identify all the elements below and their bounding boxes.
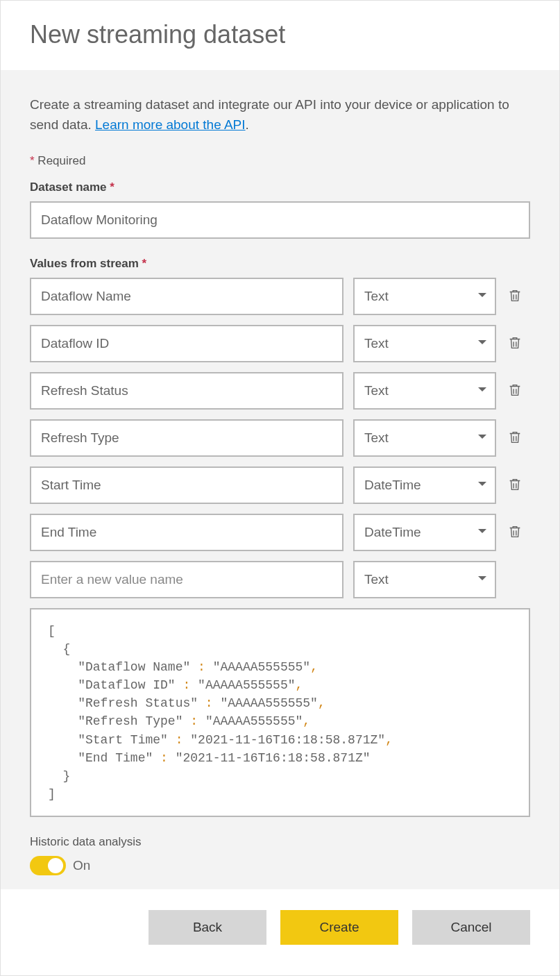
- trash-icon: [507, 476, 523, 495]
- value-name-input[interactable]: [30, 325, 343, 362]
- value-name-input[interactable]: [30, 466, 343, 504]
- select-value: DateTime: [353, 466, 496, 504]
- value-name-input[interactable]: [30, 514, 343, 551]
- description-suffix: .: [246, 117, 249, 132]
- value-type-select[interactable]: DateTime: [353, 466, 496, 504]
- trash-icon: [507, 335, 523, 353]
- delete-row-button[interactable]: [506, 335, 524, 353]
- historic-toggle[interactable]: [30, 856, 66, 875]
- dialog-footer: Back Create Cancel: [1, 889, 559, 966]
- value-row: DateTime: [30, 514, 530, 551]
- value-type-select[interactable]: Text: [353, 372, 496, 410]
- select-value: Text: [353, 325, 496, 362]
- page-title: New streaming dataset: [30, 20, 530, 49]
- value-row: DateTime: [30, 466, 530, 504]
- new-value-type-select[interactable]: Text: [353, 561, 496, 598]
- dialog-header: New streaming dataset: [1, 1, 559, 70]
- trash-icon: [507, 382, 523, 401]
- value-type-select[interactable]: Text: [353, 278, 496, 315]
- value-row: Text: [30, 278, 530, 315]
- required-note: * Required: [30, 154, 530, 168]
- back-button[interactable]: Back: [149, 910, 266, 945]
- dialog-content: Create a streaming dataset and integrate…: [1, 70, 559, 889]
- delete-row-button[interactable]: [506, 382, 524, 400]
- select-value: Text: [353, 372, 496, 410]
- values-from-stream-label: Values from stream *: [30, 257, 530, 271]
- learn-more-link[interactable]: Learn more about the API: [95, 117, 246, 132]
- value-type-select[interactable]: DateTime: [353, 514, 496, 551]
- required-asterisk: *: [142, 257, 147, 270]
- value-row: Text: [30, 419, 530, 457]
- value-type-select[interactable]: Text: [353, 325, 496, 362]
- toggle-knob: [48, 858, 63, 873]
- delete-row-button[interactable]: [506, 429, 524, 447]
- delete-row-button[interactable]: [506, 476, 524, 494]
- required-asterisk: *: [110, 180, 114, 194]
- cancel-button[interactable]: Cancel: [412, 910, 530, 945]
- required-asterisk: *: [30, 154, 35, 167]
- required-text: Required: [37, 154, 85, 167]
- create-button[interactable]: Create: [280, 910, 398, 945]
- delete-row-button[interactable]: [506, 287, 524, 305]
- new-value-row: Text: [30, 561, 530, 598]
- value-name-input[interactable]: [30, 372, 343, 410]
- json-preview: [ { "Dataflow Name" : "AAAAA555555", "Da…: [30, 608, 530, 817]
- historic-state: On: [73, 858, 90, 873]
- delete-row-button[interactable]: [506, 523, 524, 541]
- historic-label: Historic data analysis: [30, 835, 530, 849]
- value-row: Text: [30, 372, 530, 410]
- value-type-select[interactable]: Text: [353, 419, 496, 457]
- trash-icon: [507, 429, 523, 448]
- value-name-input[interactable]: [30, 419, 343, 457]
- value-name-input[interactable]: [30, 278, 343, 315]
- trash-icon: [507, 287, 523, 306]
- select-value: DateTime: [353, 514, 496, 551]
- trash-icon: [507, 523, 523, 542]
- description: Create a streaming dataset and integrate…: [30, 95, 530, 135]
- new-value-name-input[interactable]: [30, 561, 343, 598]
- select-value: Text: [353, 561, 496, 598]
- dataset-name-input[interactable]: [30, 201, 530, 239]
- dataset-name-label: Dataset name *: [30, 180, 530, 194]
- select-value: Text: [353, 278, 496, 315]
- select-value: Text: [353, 419, 496, 457]
- value-row: Text: [30, 325, 530, 362]
